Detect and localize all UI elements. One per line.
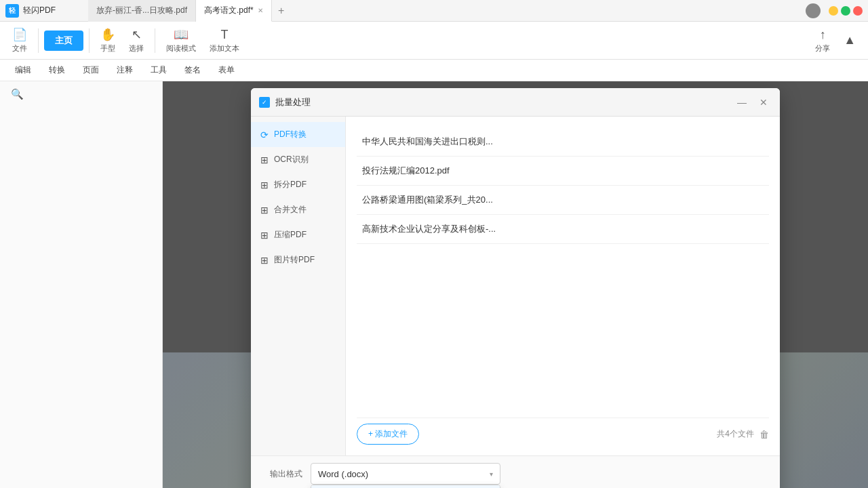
img2pdf-label: 图片转PDF <box>274 254 315 266</box>
file-icon: 📄 <box>12 27 27 42</box>
reading-mode-button[interactable]: 📖 阅读模式 <box>161 24 201 56</box>
app-icon-area: 轻 轻闪PDF <box>0 4 88 18</box>
merge-label: 合并文件 <box>274 204 307 216</box>
menu-bar: 编辑 转换 页面 注释 工具 签名 表单 <box>0 60 868 81</box>
search-icon: 🔍 <box>11 88 24 100</box>
share-icon: ↑ <box>820 28 826 42</box>
file-item-3-name: 公路桥梁通用图(箱梁系列_共20... <box>362 195 493 205</box>
tools-menu[interactable]: 工具 <box>142 62 175 79</box>
sidebar: 🔍 <box>0 81 163 488</box>
toolbar-divider-1 <box>38 28 39 53</box>
dropdown-arrow-icon: ▾ <box>490 470 493 478</box>
tab-2-close-icon[interactable]: ✕ <box>258 7 263 14</box>
file-item-2[interactable]: 投行法规汇编2012.pdf <box>357 157 769 186</box>
format-dropdown-menu: Word (.docx) ✓ Excel (.xlsx) PPT (.pptx) <box>311 485 500 488</box>
file-actions: + 添加文件 共4个文件 🗑 <box>357 418 769 445</box>
pdf-convert-label: PDF转换 <box>274 129 307 140</box>
modal-sidebar-pdf-convert[interactable]: ⟳ PDF转换 <box>251 122 345 147</box>
reading-mode-label: 阅读模式 <box>166 43 196 54</box>
file-item-2-name: 投行法规汇编2012.pdf <box>362 165 450 176</box>
tab-1[interactable]: 放弃-丽江-香...日攻略.pdf <box>88 0 196 22</box>
modal-close-button[interactable]: ✕ <box>755 94 772 110</box>
tab-2[interactable]: 高考语文.pdf* ✕ <box>196 0 272 22</box>
batch-process-modal: ✓ 批量处理 — ✕ ⟳ PDF转换 ⊞ <box>251 88 780 488</box>
modal-title-bar: ✓ 批量处理 — ✕ <box>251 88 780 117</box>
close-button[interactable] <box>853 6 863 16</box>
title-bar: 轻 轻闪PDF 放弃-丽江-香...日攻略.pdf 高考语文.pdf* ✕ + <box>0 0 868 22</box>
toolbar-divider-3 <box>155 28 155 53</box>
format-select-container: Word (.docx) ▾ Word (.docx) ✓ Exce <box>311 463 500 485</box>
modal-overlay: ✓ 批量处理 — ✕ ⟳ PDF转换 ⊞ <box>163 81 868 488</box>
tab-2-label: 高考语文.pdf* <box>204 5 254 16</box>
restore-button[interactable] <box>841 6 850 16</box>
file-item-1-name: 中华人民共和国海关进出口税则... <box>362 136 493 146</box>
main-button[interactable]: 主页 <box>44 30 83 51</box>
compress-label: 压缩PDF <box>274 229 307 241</box>
edit-menu[interactable]: 编辑 <box>7 62 39 79</box>
file-menu-button[interactable]: 📄 文件 <box>7 24 33 56</box>
user-avatar <box>806 3 821 18</box>
sidebar-search[interactable]: 🔍 <box>0 81 162 107</box>
format-select-box[interactable]: Word (.docx) ▾ <box>311 463 500 485</box>
modal-sidebar-split[interactable]: ⊞ 拆分PDF <box>251 172 345 197</box>
hand-tool-button[interactable]: ✋ 手型 <box>95 24 121 56</box>
hand-label: 手型 <box>100 43 115 54</box>
file-item-4-name: 高新技术企业认定分享及科创板-... <box>362 224 496 234</box>
add-file-button[interactable]: + 添加文件 <box>357 424 419 445</box>
file-item-3[interactable]: 公路桥梁通用图(箱梁系列_共20... <box>357 186 769 215</box>
convert-menu[interactable]: 转换 <box>41 62 73 79</box>
merge-icon: ⊞ <box>260 205 269 216</box>
file-item-4[interactable]: 高新技术企业认定分享及科创板-... <box>357 215 769 244</box>
title-bar-right <box>806 3 868 18</box>
tab-add-button[interactable]: + <box>272 1 291 20</box>
modal-icon-symbol: ✓ <box>262 99 267 106</box>
reading-icon: 📖 <box>174 27 189 42</box>
tab-bar: 放弃-丽江-香...日攻略.pdf 高考语文.pdf* ✕ + <box>88 0 806 22</box>
modal-sidebar: ⟳ PDF转换 ⊞ OCR识别 ⊞ 拆分PDF ⊞ <box>251 117 346 455</box>
split-icon: ⊞ <box>260 180 269 190</box>
toolbar: 📄 文件 主页 ✋ 手型 ↖ 选择 📖 阅读模式 T 添加文本 ↑ 分享 ▲ <box>0 22 868 60</box>
file-list: 中华人民共和国海关进出口税则... 投行法规汇编2012.pdf 公路桥梁通用图… <box>357 127 769 409</box>
app-name: 轻闪PDF <box>23 5 56 16</box>
app-logo: 轻 <box>5 4 19 18</box>
select-tool-button[interactable]: ↖ 选择 <box>123 24 149 56</box>
pdf-convert-icon: ⟳ <box>260 129 269 140</box>
logo-text: 轻 <box>9 6 16 16</box>
tab-1-label: 放弃-丽江-香...日攻略.pdf <box>96 5 187 16</box>
modal-icon: ✓ <box>259 97 270 108</box>
add-text-label: 添加文本 <box>210 43 239 54</box>
modal-body: ⟳ PDF转换 ⊞ OCR识别 ⊞ 拆分PDF ⊞ <box>251 117 780 455</box>
file-item-1[interactable]: 中华人民共和国海关进出口税则... <box>357 127 769 157</box>
chevron-up-icon: ▲ <box>844 33 856 47</box>
img2pdf-icon: ⊞ <box>260 255 269 266</box>
pdf-viewer: 丽江一 日·攻略 滇西北秘境 ✓ 批量处理 — ✕ <box>163 81 868 488</box>
annotate-menu[interactable]: 注释 <box>108 62 141 79</box>
compress-icon: ⊞ <box>260 230 269 241</box>
modal-sidebar-ocr[interactable]: ⊞ OCR识别 <box>251 147 345 172</box>
modal-sidebar-merge[interactable]: ⊞ 合并文件 <box>251 197 345 222</box>
modal-minimize-button[interactable]: — <box>734 94 750 110</box>
modal-main: 中华人民共和国海关进出口税则... 投行法规汇编2012.pdf 公路桥梁通用图… <box>346 117 780 455</box>
add-text-icon: T <box>221 28 229 42</box>
select-icon: ↖ <box>132 27 142 42</box>
dropdown-item-word[interactable]: Word (.docx) ✓ <box>311 485 500 488</box>
modal-sidebar-compress[interactable]: ⊞ 压缩PDF <box>251 222 345 247</box>
collapse-button[interactable]: ▲ <box>838 30 861 50</box>
sign-menu[interactable]: 签名 <box>176 62 209 79</box>
ocr-icon: ⊞ <box>260 155 269 165</box>
minimize-button[interactable] <box>829 6 838 16</box>
format-row: 输出格式 Word (.docx) ▾ Word (.docx) ✓ <box>262 463 769 485</box>
add-text-button[interactable]: T 添加文本 <box>204 25 245 56</box>
share-button[interactable]: ↑ 分享 <box>810 25 835 56</box>
split-label: 拆分PDF <box>274 179 307 190</box>
hand-icon: ✋ <box>100 27 115 42</box>
table-menu[interactable]: 表单 <box>210 62 243 79</box>
trash-icon[interactable]: 🗑 <box>760 429 769 440</box>
file-count-area: 共4个文件 🗑 <box>717 428 769 440</box>
modal-sidebar-img2pdf[interactable]: ⊞ 图片转PDF <box>251 247 345 272</box>
select-label: 选择 <box>129 43 144 54</box>
page-menu[interactable]: 页面 <box>75 62 107 79</box>
selected-format-text: Word (.docx) <box>318 469 368 479</box>
modal-title: 批量处理 <box>275 96 728 108</box>
file-label: 文件 <box>12 43 27 54</box>
